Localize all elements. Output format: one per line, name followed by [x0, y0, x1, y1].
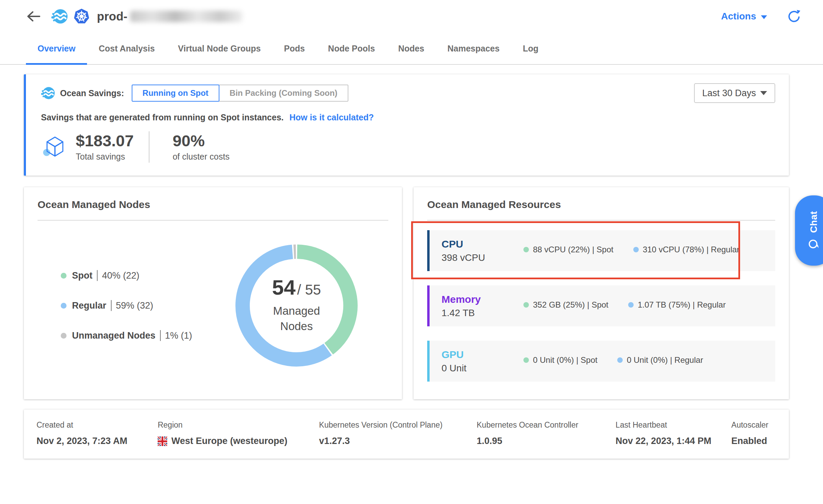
memory-total: 1.42 TB — [442, 308, 523, 318]
legend-value: 40% (22) — [102, 270, 140, 281]
ocean-savings-card: Ocean Savings: Running on Spot Bin Packi… — [24, 74, 789, 176]
gpu-regular-text: 0 Unit (0%) | Regular — [627, 355, 703, 365]
tab-overview[interactable]: Overview — [26, 35, 87, 65]
tab-namespaces[interactable]: Namespaces — [436, 35, 511, 65]
memory-accent-bar — [427, 285, 430, 326]
cpu-spot-text: 88 vCPU (22%) | Spot — [533, 245, 613, 254]
autoscaler-status-badge: Enabled — [731, 436, 768, 446]
divider — [427, 220, 775, 221]
actions-button[interactable]: Actions — [721, 11, 767, 22]
uk-flag-icon — [158, 436, 167, 446]
gpu-total: 0 Unit — [442, 363, 523, 374]
info-kubernetes-version: Kubernetes Version (Control Plane) v1.27… — [319, 420, 477, 446]
tab-virtual-node-groups[interactable]: Virtual Node Groups — [167, 35, 273, 65]
cluster-overview-page: prod- Actions Overview Cost Analysis Vir… — [0, 0, 823, 504]
ocean-savings-icon — [41, 86, 55, 100]
info-created-at: Created at Nov 2, 2023, 7:23 AM — [37, 420, 158, 446]
cpu-spot-detail: 88 vCPU (22%) | Spot — [523, 245, 613, 254]
legend-label: Unmanaged Nodes — [72, 330, 156, 341]
memory-regular-detail: 1.07 TB (75%) | Regular — [628, 300, 726, 310]
memory-spot-detail: 352 GB (25%) | Spot — [523, 300, 608, 310]
info-ocean-controller: Kubernetes Ocean Controller 1.0.95 — [477, 420, 616, 446]
managed-nodes-donut-chart: 54 / 55 Managed Nodes — [230, 239, 363, 372]
header: prod- Actions — [0, 0, 823, 33]
chevron-down-icon — [761, 15, 767, 19]
regular-legend-dot — [61, 303, 67, 309]
legend-item-regular: Regular 59% (32) — [61, 300, 192, 311]
tab-cost-analysis[interactable]: Cost Analysis — [87, 35, 166, 65]
info-value: v1.27.3 — [319, 436, 470, 446]
resource-row-memory: Memory 1.42 TB 352 GB (25%) | Spot 1.07 … — [427, 285, 775, 326]
legend-value: 1% (1) — [165, 330, 192, 341]
cluster-cost-percent-label: of cluster costs — [173, 152, 230, 162]
savings-view-toggle: Running on Spot Bin Packing (Coming Soon… — [132, 85, 348, 102]
ocean-managed-resources-card: Ocean Managed Resources CPU 398 vCPU 88 … — [414, 187, 789, 399]
tab-node-pools[interactable]: Node Pools — [316, 35, 387, 65]
cluster-name-prefix: prod- — [97, 10, 127, 23]
refresh-button[interactable] — [787, 9, 801, 24]
regular-dot — [617, 357, 623, 363]
cpu-name: CPU — [442, 238, 523, 250]
regular-dot — [628, 302, 634, 308]
memory-name: Memory — [442, 294, 523, 305]
info-region: Region West Europe (westeurope) — [158, 420, 319, 446]
ocean-logo-icon — [51, 8, 68, 25]
cluster-info-footer: Created at Nov 2, 2023, 7:23 AM Region W… — [24, 410, 789, 459]
divider — [149, 131, 149, 163]
info-label: Created at — [37, 420, 151, 430]
managed-nodes-total: / 55 — [297, 282, 321, 298]
spot-dot — [523, 357, 529, 363]
ocean-managed-nodes-card: Ocean Managed Nodes Spot 40% (22) Regula… — [24, 187, 402, 399]
tab-nodes[interactable]: Nodes — [387, 35, 436, 65]
chevron-down-icon — [760, 91, 767, 95]
how-is-it-calculated-link[interactable]: How is it calculated? — [289, 113, 374, 122]
gpu-spot-text: 0 Unit (0%) | Spot — [533, 355, 597, 365]
legend-value: 59% (32) — [116, 300, 154, 311]
total-savings-label: Total savings — [76, 152, 134, 162]
period-dropdown[interactable]: Last 30 Days — [694, 83, 775, 103]
divider — [111, 300, 112, 311]
resource-row-cpu: CPU 398 vCPU 88 vCPU (22%) | Spot 310 vC… — [427, 230, 775, 271]
cpu-accent-bar — [427, 230, 430, 271]
legend-item-spot: Spot 40% (22) — [61, 270, 192, 281]
managed-resources-title: Ocean Managed Resources — [427, 199, 775, 210]
legend-label: Regular — [72, 300, 106, 311]
cpu-regular-detail: 310 vCPU (78%) | Regular — [633, 245, 740, 254]
toggle-running-on-spot[interactable]: Running on Spot — [132, 85, 219, 102]
total-savings-value: $183.07 — [76, 132, 134, 149]
unmanaged-legend-dot — [61, 333, 67, 339]
divider — [97, 270, 98, 281]
cluster-name-redacted — [130, 11, 243, 22]
legend-label: Spot — [72, 270, 92, 281]
tab-bar: Overview Cost Analysis Virtual Node Grou… — [0, 35, 823, 65]
kubernetes-logo-icon — [73, 8, 90, 25]
savings-description: Savings that are generated from running … — [41, 113, 284, 122]
managed-nodes-center-label: Managed Nodes — [257, 303, 336, 334]
info-last-heartbeat: Last Heartbeat Nov 22, 2023, 1:44 PM — [616, 420, 731, 446]
info-label: Last Heartbeat — [616, 420, 724, 430]
info-value: 1.0.95 — [477, 436, 609, 446]
back-button[interactable] — [26, 9, 42, 24]
info-label: Autoscaler — [731, 420, 768, 430]
gpu-accent-bar — [427, 341, 430, 382]
chat-label: Chat — [808, 211, 819, 233]
tab-pods[interactable]: Pods — [272, 35, 316, 65]
info-label: Kubernetes Ocean Controller — [477, 420, 609, 430]
cpu-total: 398 vCPU — [442, 252, 523, 263]
divider — [160, 330, 161, 341]
toggle-bin-packing[interactable]: Bin Packing (Coming Soon) — [219, 85, 348, 102]
page-title: prod- — [97, 10, 243, 23]
back-arrow-icon — [26, 10, 41, 23]
chat-button[interactable]: Chat — [795, 195, 823, 266]
memory-regular-text: 1.07 TB (75%) | Regular — [638, 300, 726, 310]
divider — [38, 220, 388, 221]
savings-cube-icon — [42, 134, 68, 160]
gpu-regular-detail: 0 Unit (0%) | Regular — [617, 355, 703, 365]
info-label: Kubernetes Version (Control Plane) — [319, 420, 470, 430]
spot-legend-dot — [61, 273, 67, 279]
memory-spot-text: 352 GB (25%) | Spot — [533, 300, 608, 310]
tab-log[interactable]: Log — [511, 35, 550, 65]
resource-row-gpu: GPU 0 Unit 0 Unit (0%) | Spot 0 Unit (0%… — [427, 341, 775, 382]
ocean-savings-label: Ocean Savings: — [60, 88, 124, 98]
spot-dot — [523, 302, 529, 308]
